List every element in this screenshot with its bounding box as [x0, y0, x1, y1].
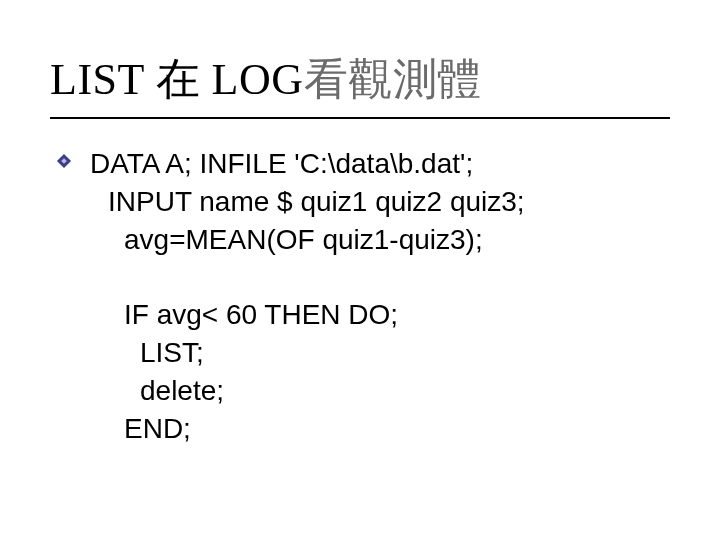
title-part-2: 在	[156, 55, 201, 104]
bulleted-item: DATA A; INFILE 'C:\data\b.dat'; INPUT na…	[90, 145, 670, 447]
code-line-7: END;	[90, 410, 670, 448]
title-part-1: LIST	[50, 55, 156, 104]
code-line-5: LIST;	[90, 334, 670, 372]
title-underline	[50, 117, 670, 119]
code-line-3: avg=MEAN(OF quiz1-quiz3);	[90, 221, 670, 259]
code-line-4: IF avg< 60 THEN DO;	[90, 296, 670, 334]
title-part-4: 看觀測體	[304, 55, 482, 104]
code-line-6: delete;	[90, 372, 670, 410]
code-line-2: INPUT name $ quiz1 quiz2 quiz3;	[90, 183, 670, 221]
code-blank-1	[90, 258, 670, 296]
code-line-1: DATA A; INFILE 'C:\data\b.dat';	[90, 145, 670, 183]
slide: LIST 在 LOG看觀測體 DATA A; INFILE 'C:\data\b…	[0, 0, 720, 540]
page-title: LIST 在 LOG看觀測體	[50, 50, 670, 109]
slide-body: DATA A; INFILE 'C:\data\b.dat'; INPUT na…	[50, 145, 670, 447]
title-part-3: LOG	[200, 55, 303, 104]
diamond-bullet-icon	[56, 153, 72, 169]
